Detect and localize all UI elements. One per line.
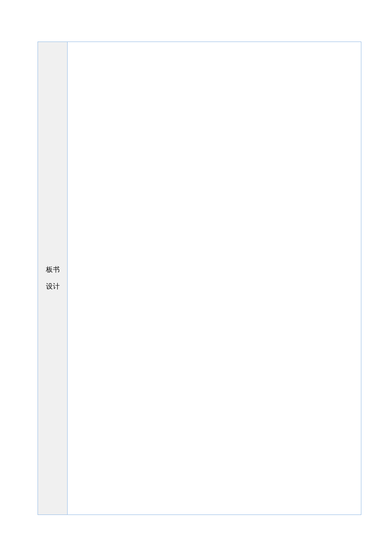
table-frame: 板书 设计 [38, 42, 361, 515]
page-container: 板书 设计 [38, 42, 361, 515]
table-content-cell [68, 42, 361, 514]
row-label: 板书 设计 [46, 261, 60, 295]
row-label-line2: 设计 [46, 278, 60, 295]
table-row-header-column: 板书 设计 [38, 42, 68, 514]
row-label-line1: 板书 [46, 261, 60, 278]
